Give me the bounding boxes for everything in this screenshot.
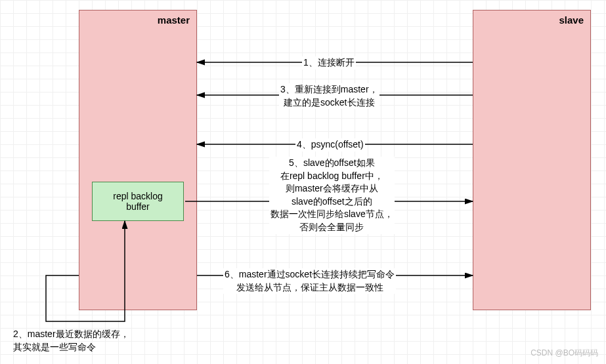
slave-box: slave (473, 10, 591, 310)
step3-label: 3、重新连接到master，建立的是socket长连接 (279, 83, 379, 109)
master-title: master (158, 14, 190, 26)
step4-label: 4、psync(offset) (295, 138, 365, 152)
step1-label: 1、连接断开 (302, 56, 356, 70)
slave-title: slave (559, 14, 584, 26)
repl-backlog-buffer-box: repl backlogbuffer (92, 182, 184, 221)
watermark: CSDN @BO码码码 (530, 348, 598, 359)
step6-label: 6、master通过socket长连接持续把写命令发送给从节点，保证主从数据一致… (223, 268, 396, 294)
master-box: master (79, 10, 197, 310)
buffer-label: repl backlogbuffer (113, 191, 163, 212)
step5-label: 5、slave的offset如果在repl backlog buffer中，则m… (269, 157, 395, 234)
step2-label: 2、master最近数据的缓存，其实就是一些写命令 (13, 328, 129, 354)
